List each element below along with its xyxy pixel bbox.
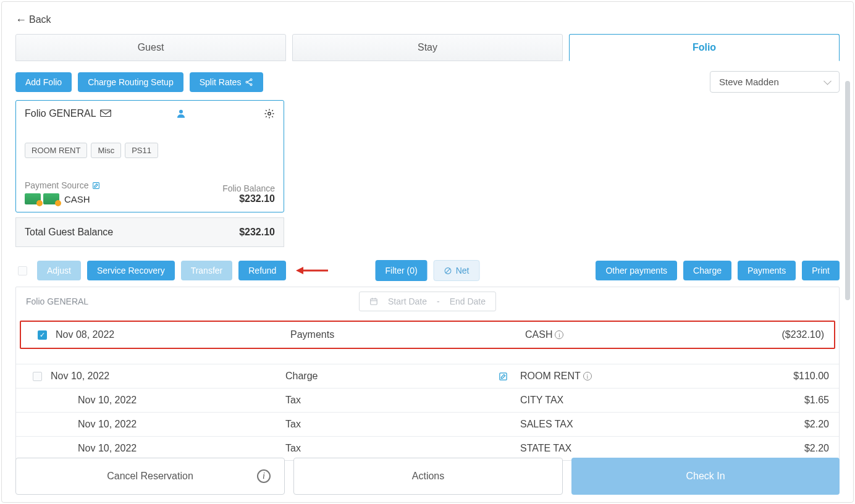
- folio-card[interactable]: Folio GENERAL: [15, 100, 284, 212]
- row-amount: $2.20: [730, 419, 829, 430]
- row-date: Nov 10, 2022: [51, 443, 285, 454]
- app-frame: ← Back Guest Stay Folio Add Folio Charge…: [1, 1, 854, 503]
- print-button[interactable]: Print: [802, 261, 840, 280]
- chip-misc[interactable]: Misc: [91, 143, 121, 158]
- row-date: Nov 10, 2022: [51, 419, 285, 430]
- svg-rect-17: [500, 372, 507, 379]
- split-rates-label: Split Rates: [200, 77, 242, 87]
- person-icon[interactable]: [176, 109, 186, 119]
- folio-action-row: Adjust Service Recovery Transfer Refund …: [15, 261, 840, 280]
- svg-point-6: [179, 110, 183, 114]
- cash-icon: [25, 193, 41, 204]
- start-date-placeholder: Start Date: [388, 296, 427, 306]
- row-date: Nov 10, 2022: [51, 371, 285, 382]
- total-balance-label: Total Guest Balance: [25, 227, 113, 238]
- footer-bar: Cancel Reservation i Actions Check In: [15, 458, 840, 495]
- guest-select[interactable]: Steve Madden: [710, 71, 840, 93]
- gear-icon[interactable]: [264, 108, 275, 119]
- net-button[interactable]: Net: [434, 260, 480, 281]
- calendar-icon: [369, 297, 378, 306]
- row-amount: $110.00: [730, 371, 829, 382]
- folio-chips: ROOM RENT Misc PS11: [25, 143, 275, 158]
- row-date: Nov 10, 2022: [51, 395, 285, 406]
- adjust-button: Adjust: [37, 261, 81, 280]
- filter-button[interactable]: Filter (0): [376, 260, 428, 281]
- date-dash: -: [437, 296, 440, 306]
- payment-source-label: Payment Source: [25, 180, 89, 190]
- check-in-label: Check In: [686, 471, 725, 482]
- back-button[interactable]: ← Back: [15, 14, 51, 25]
- guest-select-value: Steve Madden: [719, 77, 779, 87]
- row-checkbox[interactable]: [33, 372, 42, 381]
- row-type: Tax: [285, 443, 520, 454]
- total-guest-balance: Total Guest Balance $232.10: [15, 217, 284, 247]
- refund-button[interactable]: Refund: [238, 261, 286, 280]
- row-type: Tax: [285, 395, 520, 406]
- scrollbar[interactable]: [843, 81, 852, 447]
- svg-rect-5: [100, 110, 111, 117]
- cash-icon: [43, 193, 59, 204]
- tabs: Guest Stay Folio: [15, 34, 840, 61]
- folio-line-items: Folio GENERAL Start Date - End Date ✓: [15, 287, 840, 461]
- tab-folio[interactable]: Folio: [569, 34, 840, 61]
- row-desc: ROOM RENT: [520, 371, 581, 382]
- cancel-reservation-label: Cancel Reservation: [107, 471, 193, 482]
- charge-routing-setup-button[interactable]: Charge Routing Setup: [78, 72, 183, 92]
- line-item-row: Nov 10, 2022 Tax SALES TAX $2.20: [16, 412, 839, 436]
- date-range-input[interactable]: Start Date - End Date: [359, 292, 496, 311]
- row-date: Nov 08, 2022: [56, 329, 290, 340]
- payments-button[interactable]: Payments: [738, 261, 796, 280]
- split-rates-button[interactable]: Split Rates: [190, 72, 264, 92]
- folio-section-title: Folio GENERAL: [26, 296, 88, 306]
- charge-button[interactable]: Charge: [683, 261, 731, 280]
- row-checkbox-checked[interactable]: ✓: [38, 330, 47, 340]
- add-folio-button[interactable]: Add Folio: [15, 72, 72, 92]
- pencil-icon[interactable]: [499, 372, 508, 381]
- info-icon[interactable]: i: [555, 330, 563, 339]
- row-amount: $2.20: [730, 443, 829, 454]
- folio-toolbar: Add Folio Charge Routing Setup Split Rat…: [15, 71, 840, 93]
- ban-icon: [444, 267, 452, 275]
- line-item-row: Nov 10, 2022 Tax STATE TAX $2.20: [16, 436, 839, 460]
- chip-ps11[interactable]: PS11: [125, 143, 158, 158]
- svg-line-3: [248, 80, 251, 82]
- service-recovery-button[interactable]: Service Recovery: [87, 261, 175, 280]
- chip-room-rent[interactable]: ROOM RENT: [25, 143, 87, 158]
- pencil-icon[interactable]: [92, 182, 100, 190]
- svg-line-12: [445, 268, 450, 273]
- info-icon[interactable]: i: [257, 469, 271, 483]
- svg-rect-8: [93, 182, 99, 188]
- row-type: Tax: [285, 419, 520, 430]
- svg-marker-10: [296, 267, 303, 274]
- share-icon: [245, 78, 253, 86]
- folio-balance-label: Folio Balance: [222, 183, 275, 193]
- transfer-button: Transfer: [181, 261, 233, 280]
- row-type: Charge: [285, 371, 499, 382]
- scrollbar-thumb[interactable]: [845, 81, 850, 300]
- select-all-checkbox[interactable]: [18, 266, 27, 275]
- info-icon[interactable]: i: [583, 372, 592, 380]
- cancel-reservation-button[interactable]: Cancel Reservation i: [15, 458, 285, 495]
- check-in-button[interactable]: Check In: [571, 458, 840, 495]
- line-item-row[interactable]: ✓ Nov 08, 2022 Payments CASH i ($232.10): [20, 321, 835, 349]
- mail-icon[interactable]: [100, 109, 111, 118]
- row-desc: CITY TAX: [520, 395, 730, 406]
- line-item-row: Nov 10, 2022 Tax CITY TAX $1.65: [16, 388, 839, 412]
- actions-button[interactable]: Actions: [293, 458, 563, 495]
- svg-line-4: [248, 82, 251, 84]
- end-date-placeholder: End Date: [450, 296, 486, 306]
- net-label: Net: [456, 266, 470, 275]
- payment-source-value: CASH: [64, 194, 90, 204]
- tab-guest[interactable]: Guest: [15, 34, 286, 61]
- folio-card-title: Folio GENERAL: [25, 108, 96, 119]
- row-type: Payments: [290, 329, 525, 340]
- row-desc: CASH: [525, 329, 552, 340]
- other-payments-button[interactable]: Other payments: [596, 261, 677, 280]
- scroll-area: ← Back Guest Stay Folio Add Folio Charge…: [2, 2, 853, 502]
- tab-stay[interactable]: Stay: [292, 34, 563, 61]
- folio-balance-value: $232.10: [222, 193, 275, 204]
- svg-point-7: [268, 112, 271, 116]
- line-item-row[interactable]: Nov 10, 2022 Charge ROOM RENT i $110.: [16, 364, 839, 388]
- arrow-left-icon: ←: [15, 14, 27, 25]
- row-amount: $1.65: [730, 395, 829, 406]
